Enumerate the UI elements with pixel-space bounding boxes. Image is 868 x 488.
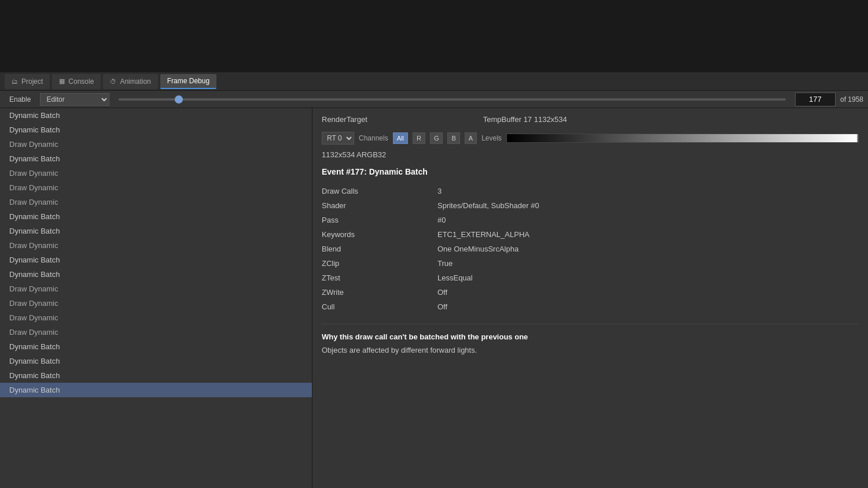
prop-value-7: Off (437, 287, 859, 298)
list-item-16[interactable]: Dynamic Batch (0, 339, 312, 354)
format-text: 1132x534 ARGB32 (322, 150, 859, 159)
channel-b-button[interactable]: B (447, 132, 459, 144)
tab-console[interactable]: ▦ Console (52, 74, 101, 89)
render-target-value: TempBuffer 17 1132x534 (483, 115, 567, 124)
levels-fill (507, 134, 858, 142)
prop-value-3: ETC1_EXTERNAL_ALPHA (437, 229, 859, 240)
list-item-6[interactable]: Draw Dynamic (0, 195, 312, 209)
event-title: Event #177: Dynamic Batch (322, 167, 859, 176)
toolbar: Enable Editor 177 of 1958 (0, 91, 868, 108)
left-panel: Dynamic BatchDynamic BatchDraw DynamicDy… (0, 108, 312, 488)
property-grid: Draw Calls3ShaderSprites/Default, SubSha… (322, 186, 859, 312)
list-item-7[interactable]: Dynamic Batch (0, 209, 312, 224)
list-item-9[interactable]: Draw Dynamic (0, 238, 312, 253)
prop-key-1: Shader (322, 200, 437, 211)
render-target-label: RenderTarget (322, 115, 367, 124)
list-item-3[interactable]: Dynamic Batch (0, 151, 312, 166)
tab-animation[interactable]: ⏱ Animation (103, 74, 157, 89)
slider-thumb[interactable] (175, 95, 183, 103)
event-list[interactable]: Dynamic BatchDynamic BatchDraw DynamicDy… (0, 108, 312, 488)
list-item-12[interactable]: Draw Dynamic (0, 282, 312, 296)
of-total-label: of 1958 (840, 95, 863, 103)
prop-value-6: LessEqual (437, 272, 859, 283)
main-content: Dynamic BatchDynamic BatchDraw DynamicDy… (0, 108, 868, 488)
animation-icon: ⏱ (110, 78, 116, 85)
list-item-5[interactable]: Draw Dynamic (0, 180, 312, 195)
list-item-13[interactable]: Draw Dynamic (0, 296, 312, 310)
divider (322, 324, 859, 324)
list-item-18[interactable]: Dynamic Batch (0, 368, 312, 383)
frame-slider-container (114, 98, 790, 101)
console-icon: ▦ (59, 77, 65, 85)
prop-key-6: ZTest (322, 272, 437, 283)
tab-project-label: Project (21, 77, 43, 86)
list-item-15[interactable]: Draw Dynamic (0, 325, 312, 339)
prop-key-5: ZClip (322, 258, 437, 269)
prop-value-5: True (437, 258, 859, 269)
prop-key-2: Pass (322, 215, 437, 225)
editor-select[interactable]: Editor (40, 93, 109, 106)
tab-console-label: Console (68, 77, 94, 86)
levels-track[interactable] (506, 134, 859, 143)
right-panel: RenderTarget TempBuffer 17 1132x534 RT 0… (312, 108, 868, 488)
tab-animation-label: Animation (120, 77, 150, 86)
levels-marker (857, 134, 858, 142)
folder-icon: 🗂 (12, 78, 18, 85)
tab-project[interactable]: 🗂 Project (5, 74, 50, 89)
channels-label: Channels (359, 134, 388, 142)
prop-key-3: Keywords (322, 229, 437, 240)
list-item-4[interactable]: Draw Dynamic (0, 166, 312, 180)
prop-value-4: One OneMinusSrcAlpha (437, 243, 859, 254)
list-item-17[interactable]: Dynamic Batch (0, 354, 312, 368)
prop-value-8: Off (437, 301, 859, 312)
channels-row: RT 0 Channels All R G B A Levels (322, 132, 859, 145)
tab-frame-debug-label: Frame Debug (167, 77, 209, 85)
channel-a-button[interactable]: A (465, 132, 477, 144)
batch-warning: Why this draw call can't be batched with… (322, 332, 859, 341)
prop-value-2: #0 (437, 215, 859, 225)
list-item-11[interactable]: Dynamic Batch (0, 267, 312, 282)
channel-g-button[interactable]: G (430, 132, 443, 144)
list-item-10[interactable]: Dynamic Batch (0, 253, 312, 267)
list-item-19[interactable]: Dynamic Batch (0, 383, 312, 397)
tab-frame-debug[interactable]: Frame Debug (160, 74, 216, 89)
batch-reason: Objects are affected by different forwar… (322, 346, 859, 354)
frame-slider-track[interactable] (119, 98, 786, 101)
render-target-row: RenderTarget TempBuffer 17 1132x534 (322, 115, 859, 124)
list-item-2[interactable]: Draw Dynamic (0, 137, 312, 151)
prop-value-1: Sprites/Default, SubShader #0 (437, 200, 859, 211)
list-item-14[interactable]: Draw Dynamic (0, 310, 312, 325)
prop-key-8: Cull (322, 301, 437, 312)
frame-number-input[interactable]: 177 (795, 93, 836, 106)
levels-label: Levels (481, 134, 502, 142)
enable-label: Enable (5, 94, 35, 105)
top-bar (0, 0, 868, 72)
channel-r-button[interactable]: R (413, 132, 425, 144)
prop-key-4: Blend (322, 243, 437, 254)
prop-value-0: 3 (437, 186, 859, 197)
list-item-1[interactable]: Dynamic Batch (0, 123, 312, 137)
channel-all-button[interactable]: All (393, 132, 408, 144)
tab-bar: 🗂 Project ▦ Console ⏱ Animation Frame De… (0, 72, 868, 91)
prop-key-0: Draw Calls (322, 186, 437, 197)
list-item-8[interactable]: Dynamic Batch (0, 224, 312, 238)
list-item-0[interactable]: Dynamic Batch (0, 108, 312, 123)
prop-key-7: ZWrite (322, 287, 437, 298)
slider-fill (119, 98, 179, 101)
rt-select[interactable]: RT 0 (322, 132, 354, 145)
